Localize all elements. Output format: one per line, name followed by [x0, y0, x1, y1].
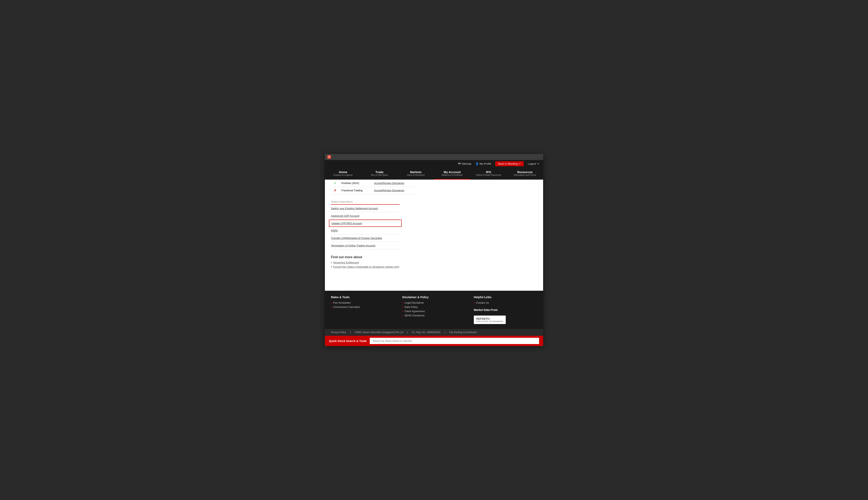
top-bar: 🗺 Sitemap 👤 My Profile Back to iBanking … [325, 160, 543, 168]
footer-item-fee-schedules: Fee Schedules [331, 301, 394, 304]
nav-resources[interactable]: Resources Information and Forms [507, 168, 543, 180]
sitemap-icon: 🗺 [458, 162, 461, 165]
back-to-ibanking-button[interactable]: Back to iBanking ↩ [495, 161, 524, 166]
sitemap-link[interactable]: 🗺 Sitemap [458, 162, 471, 165]
online-instructions-title: Online Instructions [331, 200, 400, 205]
footer-disclaimer-policy: Disclaimer & Policy Legal Disclaimer Dat… [402, 296, 466, 324]
myprofile-link[interactable]: 👤 My Profile [476, 162, 491, 165]
nav-myaccount[interactable]: My Account Balances & Portfolios [434, 168, 470, 180]
footer-rates-tools-list: Fee Schedules Commission Calculator [331, 301, 394, 308]
instruction-item-0: Switch your Existing Settlement Account [331, 205, 400, 212]
find-more-item-0: Streaming Entitlement [331, 261, 537, 264]
instruction-list: Switch your Existing Settlement Account … [331, 205, 400, 249]
refinitiv-logo: REFINITIV DATA IS JUST THE BEGINNING [474, 316, 506, 324]
find-more-link-1[interactable]: Forced Key Status (Applicable to Singapo… [333, 265, 399, 268]
instruction-link-2[interactable]: Update CPF/SRS Account [331, 222, 362, 225]
user-icon: 👤 [476, 162, 479, 165]
browser-titlebar: ✕ [325, 154, 543, 160]
client-agreement-link[interactable]: Client Agreement [404, 310, 425, 313]
accept-review-link-0[interactable]: Accept/Review Disclaimer [374, 182, 404, 185]
instruction-item-2-highlighted: Update CPF/SRS Account [329, 219, 402, 227]
footer-disclaimer-title: Disclaimer & Policy [402, 296, 466, 299]
footer-item-contact: Contact Us [474, 301, 537, 304]
find-more-item-1: Forced Key Status (Applicable to Singapo… [331, 265, 537, 268]
footer-market-data-title: Market Data From [474, 308, 537, 311]
main-nav: Home Enquire at a glance Trade Buy or Se… [325, 168, 543, 180]
check-icon: ✔ [334, 181, 336, 185]
online-instructions-section: Online Instructions Switch your Existing… [325, 200, 543, 249]
instruction-item-5: Termination of Online Trading Account [331, 242, 400, 249]
nav-home[interactable]: Home Enquire at a glance [325, 168, 361, 180]
accept-review-link-1[interactable]: Accept/Review Disclaimer [374, 189, 404, 192]
find-more-link-0[interactable]: Streaming Entitlement [333, 261, 359, 264]
quick-trade-label: Quick Stock Search & Trade [329, 339, 367, 343]
instruction-link-5[interactable]: Termination of Online Trading Account [331, 244, 375, 247]
footer-item-data-policy: Data Policy [402, 305, 466, 308]
footer-helpful-list: Contact Us [474, 301, 537, 304]
footer-item-sehk: SEHK Disclaimer [402, 314, 466, 317]
find-more-list: Streaming Entitlement Forced Key Status … [331, 261, 537, 268]
footer-disclaimer-list: Legal Disclaimer Data Policy Client Agre… [402, 301, 466, 317]
instruction-item-4: Transfer In/Withdrawal of Foreign Securi… [331, 234, 400, 242]
logout-icon: ↪ [537, 162, 539, 165]
disclaimer-table: ✔ Portfolio (SGX) Accept/Review Disclaim… [331, 180, 416, 194]
footer-item-legal: Legal Disclaimer [402, 301, 466, 304]
company-name: ©DBS Vickers Securities (Singapore) Pte … [355, 331, 403, 334]
table-row: ✔ Portfolio (SGX) Accept/Review Disclaim… [331, 180, 416, 187]
fair-dealing-link[interactable]: Fair Dealing Commitment [449, 331, 477, 334]
instruction-item-3: PDPA [331, 227, 400, 234]
product-name: Fractional Trading [339, 187, 372, 194]
copyright-bar: Privacy Policy | ©DBS Vickers Securities… [325, 329, 543, 336]
reg-number: Co. Reg. No. 198600294G [412, 331, 441, 334]
product-name: Portfolio (SGX) [339, 180, 372, 187]
find-more-title: Find out more about [331, 255, 537, 259]
sehk-disclaimer-link[interactable]: SEHK Disclaimer [404, 314, 425, 317]
footer-item-commission-calc: Commission Calculator [331, 305, 394, 308]
contact-us-link[interactable]: Contact Us [476, 301, 489, 304]
table-row: ✗ Fractional Trading Accept/Review Discl… [331, 187, 416, 194]
find-more-section: Find out more about Streaming Entitlemen… [325, 253, 543, 275]
fee-schedules-link[interactable]: Fee Schedules [333, 301, 351, 304]
footer-helpful-links-title: Helpful Links [474, 296, 537, 299]
nav-markets[interactable]: Markets News & Research [398, 168, 434, 180]
browser-window: ✕ 🗺 Sitemap 👤 My Profile Back to iBankin… [325, 154, 543, 346]
nav-ipo[interactable]: IPO Online Private Placement [470, 168, 507, 180]
instruction-item-1: Apply/Link CDP Account [331, 212, 400, 219]
instruction-link-3[interactable]: PDPA [331, 229, 338, 232]
back-icon: ↩ [519, 162, 521, 165]
privacy-policy-link[interactable]: Privacy Policy [331, 331, 346, 334]
footer-helpful-links: Helpful Links Contact Us Market Data Fro… [474, 296, 537, 324]
content-area: ✔ Portfolio (SGX) Accept/Review Disclaim… [325, 180, 543, 291]
nav-trade[interactable]: Trade Buy or Sell Stock [361, 168, 398, 180]
data-policy-link[interactable]: Data Policy [404, 305, 418, 308]
logout-link[interactable]: Logout ↪ [528, 162, 539, 165]
legal-disclaimer-link[interactable]: Legal Disclaimer [404, 301, 424, 304]
footer-item-client-agreement: Client Agreement [402, 310, 466, 313]
quick-trade-bar: Quick Stock Search & Trade [325, 336, 543, 346]
instruction-link-0[interactable]: Switch your Existing Settlement Account [331, 207, 378, 210]
close-button[interactable]: ✕ [327, 155, 331, 159]
footer-rates-tools-title: Rates & Tools [331, 296, 394, 299]
commission-calculator-link[interactable]: Commission Calculator [333, 305, 360, 308]
quick-trade-input[interactable] [370, 338, 539, 344]
footer-main: Rates & Tools Fee Schedules Commission C… [325, 291, 543, 329]
instruction-link-1[interactable]: Apply/Link CDP Account [331, 214, 359, 217]
cross-icon: ✗ [334, 189, 336, 192]
table-area: ✔ Portfolio (SGX) Accept/Review Disclaim… [325, 180, 543, 200]
instruction-link-4[interactable]: Transfer In/Withdrawal of Foreign Securi… [331, 237, 382, 240]
footer-rates-tools: Rates & Tools Fee Schedules Commission C… [331, 296, 394, 324]
